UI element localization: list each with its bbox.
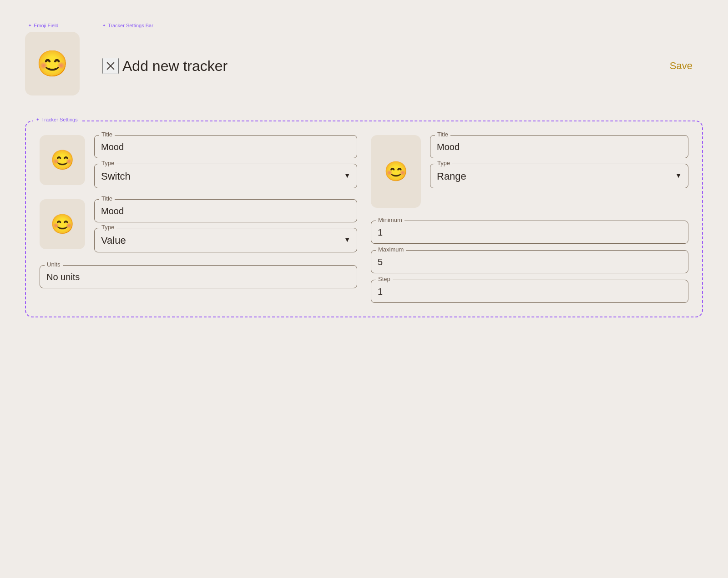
step-label: Step bbox=[376, 276, 393, 282]
type-value-1: Switch bbox=[101, 169, 131, 182]
maximum-field[interactable]: Maximum bbox=[371, 250, 688, 273]
tracker-fields-1: Title Type Switch ▼ bbox=[94, 135, 357, 188]
maximum-input[interactable] bbox=[378, 255, 682, 267]
title-label-1: Title bbox=[99, 131, 115, 138]
dropdown-arrow-1: ▼ bbox=[344, 172, 350, 179]
title-field-3[interactable]: Title bbox=[430, 135, 688, 158]
tracker-emoji-card-2[interactable]: 😊 bbox=[40, 199, 85, 249]
emoji-field-annotation: Emoji Field bbox=[28, 23, 58, 28]
dropdown-arrow-3: ▼ bbox=[675, 172, 682, 179]
tracker-fields-2: Title Type Value ▼ bbox=[94, 199, 357, 252]
close-button[interactable] bbox=[102, 58, 119, 74]
units-input[interactable] bbox=[46, 270, 350, 282]
tracker-fields-3: Title Type Range ▼ bbox=[430, 135, 688, 188]
type-select-3[interactable]: Range ▼ bbox=[437, 169, 682, 182]
units-field[interactable]: Units bbox=[40, 265, 357, 288]
minimum-field[interactable]: Minimum bbox=[371, 221, 688, 244]
maximum-label: Maximum bbox=[376, 246, 406, 253]
page-title: Add new tracker bbox=[122, 58, 662, 75]
right-column: 😊 Title Type Range ▼ bbox=[371, 135, 688, 303]
title-label-3: Title bbox=[435, 131, 450, 138]
tracker-emoji-2: 😊 bbox=[51, 215, 74, 234]
minimum-label: Minimum bbox=[376, 216, 404, 223]
emoji-field-emoji: 😊 bbox=[36, 51, 68, 76]
save-button[interactable]: Save bbox=[662, 56, 700, 75]
type-value-2: Value bbox=[101, 233, 126, 246]
units-label: Units bbox=[45, 261, 63, 268]
tracker-emoji-1: 😊 bbox=[51, 151, 74, 170]
tracker-item-range: 😊 Title Type Range ▼ bbox=[371, 135, 688, 208]
minimum-input[interactable] bbox=[378, 226, 682, 238]
tracker-bar-annotation: Tracker Settings Bar bbox=[102, 23, 153, 28]
type-select-2[interactable]: Value ▼ bbox=[101, 233, 350, 246]
type-field-1[interactable]: Type Switch ▼ bbox=[94, 164, 357, 188]
type-field-2[interactable]: Type Value ▼ bbox=[94, 228, 357, 252]
step-input[interactable] bbox=[378, 285, 682, 297]
title-input-1[interactable] bbox=[101, 140, 350, 152]
title-input-3[interactable] bbox=[437, 140, 682, 152]
tracker-settings-annotation: Tracker Settings bbox=[33, 117, 81, 122]
type-value-3: Range bbox=[437, 169, 466, 182]
type-label-2: Type bbox=[99, 224, 116, 231]
type-select-1[interactable]: Switch ▼ bbox=[101, 169, 350, 182]
title-label-2: Title bbox=[99, 195, 115, 202]
left-column: 😊 Title Type Switch ▼ bbox=[40, 135, 357, 303]
title-input-2[interactable] bbox=[101, 204, 350, 216]
type-label-3: Type bbox=[435, 160, 452, 166]
type-label-1: Type bbox=[99, 160, 116, 166]
title-field-2[interactable]: Title bbox=[94, 199, 357, 222]
emoji-field-card[interactable]: 😊 bbox=[25, 32, 80, 95]
tracker-settings-bar: Add new tracker Save bbox=[102, 32, 700, 100]
range-fields: Minimum Maximum Step bbox=[371, 221, 688, 303]
tracker-item-value: 😊 Title Type Value ▼ bbox=[40, 199, 357, 252]
tracker-emoji-card-3[interactable]: 😊 bbox=[371, 135, 421, 208]
tracker-emoji-card-1[interactable]: 😊 bbox=[40, 135, 85, 185]
tracker-emoji-3: 😊 bbox=[384, 162, 408, 181]
tracker-item-switch: 😊 Title Type Switch ▼ bbox=[40, 135, 357, 188]
step-field[interactable]: Step bbox=[371, 280, 688, 303]
type-field-3[interactable]: Type Range ▼ bbox=[430, 164, 688, 188]
title-field-1[interactable]: Title bbox=[94, 135, 357, 158]
dropdown-arrow-2: ▼ bbox=[344, 236, 350, 243]
tracker-settings-section: Tracker Settings 😊 Title Type Switc bbox=[25, 121, 703, 317]
